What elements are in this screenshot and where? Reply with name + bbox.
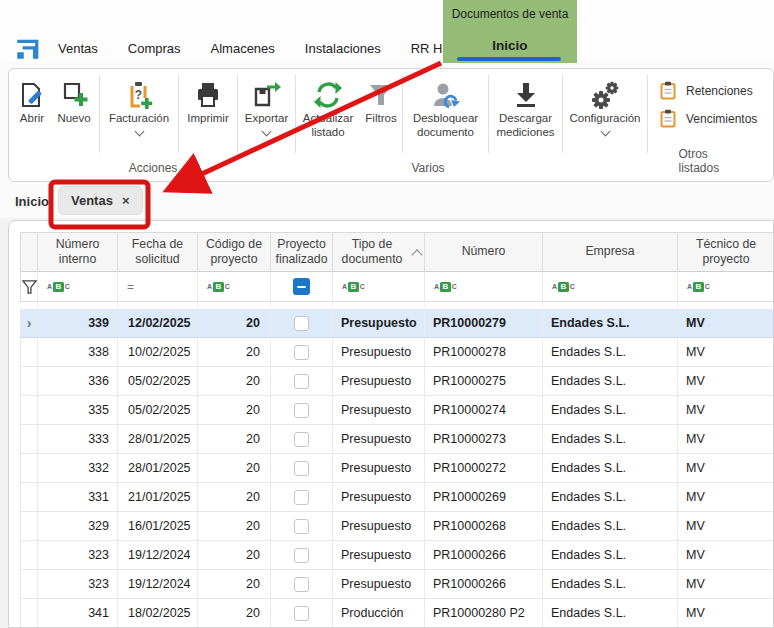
clipboard-icon — [660, 81, 676, 100]
filter-numero[interactable]: ABC — [425, 272, 543, 302]
row-indicator — [20, 483, 38, 512]
table-row[interactable]: 338 10/02/2025 20 Presupuesto PR10000278… — [20, 338, 774, 367]
checkbox[interactable] — [294, 577, 309, 592]
cell-tecnico-proyecto: MV — [678, 309, 774, 338]
cell-proyecto-finalizado[interactable] — [271, 396, 333, 425]
filter-numero-interno[interactable]: ABC — [38, 272, 118, 302]
descargar-mediciones-button[interactable]: Descargar mediciones — [489, 69, 562, 140]
header-proyecto-finalizado[interactable]: Proyecto finalizado — [271, 232, 333, 272]
configuracion-button[interactable]: Configuración — [563, 69, 647, 135]
cell-proyecto-finalizado[interactable] — [271, 541, 333, 570]
checkbox[interactable] — [294, 403, 309, 418]
vencimientos-button[interactable]: Vencimientos — [660, 109, 773, 128]
close-icon[interactable]: × — [122, 194, 130, 207]
cell-empresa: Endades S.L. — [543, 425, 678, 454]
tab-inicio[interactable]: Inicio — [15, 194, 49, 209]
menu-item-inicio[interactable]: Inicio — [443, 38, 577, 53]
filtros-button[interactable]: Filtros — [360, 69, 402, 126]
cell-empresa: Endades S.L. — [543, 541, 678, 570]
checkbox[interactable] — [294, 461, 309, 476]
checkbox[interactable] — [294, 490, 309, 505]
desbloquear-documento-button[interactable]: Desbloquear documento — [403, 69, 488, 140]
imprimir-button[interactable]: Imprimir — [179, 69, 237, 126]
checkbox[interactable] — [294, 345, 309, 360]
filter-empresa[interactable]: ABC — [543, 272, 678, 302]
invoice-clipboard-icon: ? — [124, 78, 154, 111]
table-row[interactable]: 341 18/02/2025 20 Producción PR10000280 … — [20, 599, 774, 628]
cell-proyecto-finalizado[interactable] — [271, 309, 333, 338]
cell-proyecto-finalizado[interactable] — [271, 599, 333, 628]
gears-icon — [590, 78, 620, 111]
cell-tipo-documento: Presupuesto — [333, 541, 425, 570]
cell-tipo-documento: Presupuesto — [333, 425, 425, 454]
cell-codigo-proyecto: 20 — [198, 367, 271, 396]
checkbox[interactable] — [294, 316, 309, 331]
facturacion-button[interactable]: ? Facturación — [100, 69, 178, 135]
filter-tecnico-proyecto[interactable]: ABC — [678, 272, 774, 302]
grid-filter-row: ABC = ABC ABC ABC ABC ABC — [20, 272, 774, 302]
header-codigo-proyecto[interactable]: Código de proyecto — [198, 232, 271, 272]
filter-codigo-proyecto[interactable]: ABC — [198, 272, 271, 302]
filter-tipo-documento[interactable]: ABC — [333, 272, 425, 302]
retenciones-button[interactable]: Retenciones — [660, 81, 773, 100]
tab-ventas[interactable]: Ventas × — [58, 186, 143, 215]
menu-item-compras[interactable]: Compras — [128, 41, 181, 56]
checkbox[interactable] — [294, 432, 309, 447]
header-empresa[interactable]: Empresa — [543, 232, 678, 272]
cell-proyecto-finalizado[interactable] — [271, 454, 333, 483]
menu-item-instalaciones[interactable]: Instalaciones — [305, 41, 381, 56]
table-row[interactable]: 333 28/01/2025 20 Presupuesto PR10000273… — [20, 425, 774, 454]
cell-tipo-documento: Presupuesto — [333, 570, 425, 599]
table-row[interactable]: 335 05/02/2025 20 Presupuesto PR10000274… — [20, 396, 774, 425]
cell-proyecto-finalizado[interactable] — [271, 512, 333, 541]
menu-item-almacenes[interactable]: Almacenes — [211, 41, 275, 56]
filter-fecha-solicitud[interactable]: = — [118, 272, 198, 302]
header-fecha-solicitud[interactable]: Fecha de solicitud — [118, 232, 198, 272]
cell-numero: PR10000272 — [425, 454, 543, 483]
cell-fecha-solicitud: 19/12/2024 — [118, 541, 198, 570]
filtros-label: Filtros — [365, 112, 396, 126]
cell-numero-interno: 336 — [38, 367, 118, 396]
checkbox[interactable] — [294, 519, 309, 534]
cell-empresa: Endades S.L. — [543, 483, 678, 512]
menu-item-ventas[interactable]: Ventas — [58, 41, 98, 56]
cell-numero-interno: 338 — [38, 338, 118, 367]
table-row[interactable]: 323 19/12/2024 20 Presupuesto PR10000266… — [20, 570, 774, 599]
cell-empresa: Endades S.L. — [543, 570, 678, 599]
indeterminate-checkbox-icon[interactable] — [293, 278, 310, 295]
table-row[interactable]: 329 16/01/2025 20 Presupuesto PR10000268… — [20, 512, 774, 541]
svg-text:?: ? — [135, 88, 142, 102]
abrir-button[interactable]: Abrir — [15, 69, 49, 126]
chevron-down-icon — [262, 126, 272, 136]
nuevo-button[interactable]: Nuevo — [49, 69, 99, 126]
checkbox[interactable] — [294, 548, 309, 563]
filter-funnel-cell[interactable] — [20, 272, 38, 302]
filter-proyecto-finalizado[interactable] — [271, 272, 333, 302]
cell-numero: PR10000273 — [425, 425, 543, 454]
actualizar-listado-button[interactable]: Actualizar listado — [296, 69, 360, 140]
header-tecnico-proyecto[interactable]: Técnico de proyecto — [678, 232, 774, 272]
table-row[interactable]: › 339 12/02/2025 20 Presupuesto PR100002… — [20, 309, 774, 338]
cell-numero-interno: 331 — [38, 483, 118, 512]
header-numero[interactable]: Número — [425, 232, 543, 272]
active-tab-highlight[interactable]: Documentos de venta Inicio — [443, 0, 577, 63]
cell-proyecto-finalizado[interactable] — [271, 483, 333, 512]
table-row[interactable]: 336 05/02/2025 20 Presupuesto PR10000275… — [20, 367, 774, 396]
cell-proyecto-finalizado[interactable] — [271, 367, 333, 396]
cell-tecnico-proyecto: MV — [678, 570, 774, 599]
table-row[interactable]: 323 19/12/2024 20 Presupuesto PR10000266… — [20, 541, 774, 570]
cell-proyecto-finalizado[interactable] — [271, 570, 333, 599]
cell-codigo-proyecto: 20 — [198, 338, 271, 367]
table-row[interactable]: 331 21/01/2025 20 Presupuesto PR10000269… — [20, 483, 774, 512]
checkbox[interactable] — [294, 374, 309, 389]
header-tipo-documento[interactable]: Tipo de documento — [333, 232, 425, 272]
cell-proyecto-finalizado[interactable] — [271, 338, 333, 367]
exportar-button[interactable]: Exportar — [238, 69, 295, 135]
cell-proyecto-finalizado[interactable] — [271, 425, 333, 454]
filter-funnel-icon — [368, 78, 394, 111]
header-numero-interno[interactable]: Número interno — [38, 232, 118, 272]
header-indicator — [20, 232, 38, 272]
table-row[interactable]: 332 28/01/2025 20 Presupuesto PR10000272… — [20, 454, 774, 483]
checkbox[interactable] — [294, 606, 309, 621]
cell-tecnico-proyecto: MV — [678, 599, 774, 628]
